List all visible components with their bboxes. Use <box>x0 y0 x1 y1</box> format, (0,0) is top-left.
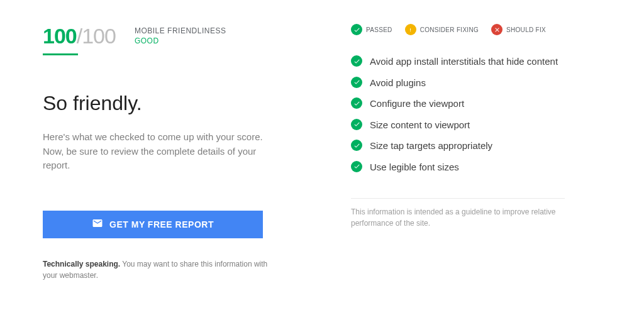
warning-icon <box>405 24 416 35</box>
score-category: MOBILE FRIENDLINESS <box>135 26 226 35</box>
check-icon <box>351 119 362 130</box>
list-item: Configure the viewport <box>351 97 606 110</box>
legend-passed: PASSED <box>351 24 392 35</box>
score-max: /100 <box>77 24 116 48</box>
list-item: Use legible font sizes <box>351 161 606 174</box>
check-icon <box>351 161 362 172</box>
subtext: Here's what we checked to come up with y… <box>43 130 282 173</box>
tech-note-strong: Technically speaking. <box>43 260 120 268</box>
list-item: Avoid app install interstitials that hid… <box>351 55 606 68</box>
score-value: 100 <box>43 24 77 48</box>
status-legend: PASSED CONSIDER FIXING SHOULD FIX <box>351 24 606 35</box>
score-header: 100/100 MOBILE FRIENDLINESS GOOD <box>43 24 313 55</box>
check-icon <box>351 77 362 88</box>
legend-consider-fixing: CONSIDER FIXING <box>405 24 479 35</box>
list-item: Size content to viewport <box>351 119 606 131</box>
check-icon <box>351 140 362 151</box>
list-item: Size tap targets appropriately <box>351 140 606 152</box>
check-icon <box>351 24 362 35</box>
legend-should-fix: SHOULD FIX <box>491 24 546 35</box>
score-rating: GOOD <box>135 36 226 45</box>
checks-list: Avoid app install interstitials that hid… <box>351 55 606 173</box>
disclaimer: This information is intended as a guidel… <box>351 198 565 229</box>
score-underline <box>43 53 78 55</box>
email-icon <box>92 218 103 231</box>
list-item: Avoid plugins <box>351 77 606 89</box>
check-icon <box>351 97 362 109</box>
tech-note: Technically speaking. You may want to sh… <box>43 258 269 281</box>
error-icon <box>491 24 502 35</box>
headline: So friendly. <box>43 92 313 115</box>
cta-label: GET MY FREE REPORT <box>109 219 214 229</box>
get-report-button[interactable]: GET MY FREE REPORT <box>43 211 263 238</box>
check-icon <box>351 55 362 67</box>
